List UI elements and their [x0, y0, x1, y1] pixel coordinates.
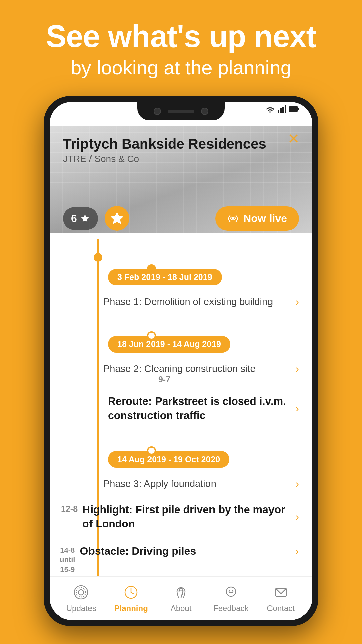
- now-live-label: Now live: [243, 212, 287, 225]
- phase-1-block: 3 Feb 2019 - 18 Jul 2019 Phase 1: Demoli…: [103, 239, 312, 317]
- phase-1-row[interactable]: Phase 1: Demolition of existing building…: [103, 289, 312, 314]
- phase-2-side-label: 9-7: [60, 374, 269, 384]
- nav-label-about: About: [171, 604, 192, 613]
- favorite-button[interactable]: [105, 206, 129, 231]
- wifi-icon: [265, 105, 275, 113]
- nav-item-feedback[interactable]: Feedback: [206, 584, 256, 613]
- planning-icon: [122, 584, 140, 601]
- phase-2-dot: [147, 331, 156, 340]
- feedback-icon: [222, 584, 240, 601]
- reroute-event-row[interactable]: Reroute: Parkstreet is closed i.v.m. con…: [108, 388, 312, 429]
- nav-item-planning[interactable]: Planning: [106, 584, 156, 613]
- svg-point-8: [78, 590, 84, 595]
- reroute-chevron: ›: [295, 402, 299, 415]
- notch-camera-right: [201, 108, 208, 115]
- star-outline-icon: [111, 212, 123, 225]
- timeline-top-dot: [94, 253, 102, 262]
- rating-count: 6: [71, 212, 77, 225]
- phase-2-label: Phase 2: Cleaning construction site: [103, 363, 289, 374]
- phase-3-label: Phase 3: Apply foundation: [103, 478, 289, 489]
- hero-left-actions: 6: [63, 206, 129, 231]
- updates-icon: [72, 584, 90, 601]
- notch-speaker: [168, 110, 194, 113]
- phase-3-block: 14 Aug 2019 - 19 Oct 2020 Phase 3: Apply…: [103, 435, 312, 576]
- hero-actions: 6: [50, 206, 312, 231]
- svg-rect-3: [285, 105, 286, 113]
- contact-icon: [272, 584, 290, 601]
- close-button[interactable]: ×: [288, 129, 299, 148]
- svg-rect-0: [278, 110, 279, 113]
- phase-2-block: 18 Jun 2019 - 14 Aug 2019 Phase 2: Clean…: [103, 320, 312, 432]
- phase-3-obstacle-side-label: 14-8until15-9: [60, 538, 75, 575]
- phase-2-chevron: ›: [295, 363, 299, 375]
- phone-wrapper: × Triptych Bankside Residences JTRE / So…: [0, 89, 362, 626]
- headline-line1: See what's up next: [20, 20, 342, 53]
- now-live-button[interactable]: Now live: [215, 206, 299, 231]
- highlight-chevron: ›: [295, 511, 299, 523]
- live-signal-icon: [227, 213, 239, 223]
- obstacle-event-label: Obstacle: Driving piles: [80, 544, 289, 558]
- nav-item-about[interactable]: About: [156, 584, 206, 613]
- star-filled-icon: [80, 214, 90, 223]
- divider-after-phase1: [103, 317, 299, 317]
- phone-frame: × Triptych Bankside Residences JTRE / So…: [44, 96, 318, 626]
- obstacle-event-row[interactable]: Obstacle: Driving piles ›: [80, 538, 312, 565]
- property-title-area: Triptych Bankside Residences JTRE / Sons…: [50, 126, 312, 171]
- nav-label-updates: Updates: [66, 604, 96, 613]
- rating-badge: 6: [63, 207, 98, 230]
- property-name: Triptych Bankside Residences: [63, 136, 299, 152]
- phase-3-row[interactable]: Phase 3: Apply foundation ›: [103, 472, 312, 496]
- svg-point-14: [232, 590, 233, 591]
- svg-rect-5: [289, 107, 297, 111]
- phase-3-date-badge: 14 Aug 2019 - 19 Oct 2020: [108, 451, 229, 468]
- divider-after-phase2: [103, 432, 299, 432]
- svg-point-13: [229, 590, 230, 591]
- status-icons: [265, 105, 299, 113]
- notch-cutout: [137, 102, 225, 120]
- svg-point-12: [226, 587, 236, 596]
- signal-icon: [278, 105, 286, 113]
- notch-bar: [50, 102, 312, 126]
- nav-label-contact: Contact: [267, 604, 295, 613]
- nav-item-contact[interactable]: Contact: [256, 584, 306, 613]
- obstacle-chevron: ›: [295, 545, 299, 557]
- phase-1-dot: [147, 264, 156, 273]
- bottom-nav: Updates Planning: [50, 576, 312, 620]
- battery-icon: [289, 106, 299, 112]
- phase-3-chevron: ›: [295, 478, 299, 490]
- highlight-event-label: Highlight: First pile driven by the mayo…: [82, 503, 289, 531]
- nav-label-planning: Planning: [114, 604, 148, 613]
- nav-label-feedback: Feedback: [213, 604, 248, 613]
- svg-rect-2: [282, 107, 284, 113]
- phase-1-chevron: ›: [295, 296, 299, 308]
- page-header: See what's up next by looking at the pla…: [0, 0, 362, 89]
- timeline-content[interactable]: 3 Feb 2019 - 18 Jul 2019 Phase 1: Demoli…: [50, 233, 312, 576]
- notch-camera-left: [154, 108, 161, 115]
- svg-rect-6: [298, 108, 299, 110]
- property-developer: JTRE / Sons & Co: [63, 154, 299, 164]
- svg-rect-1: [280, 108, 282, 113]
- headline-line2: by looking at the planning: [20, 56, 342, 79]
- phase-1-date-badge: 3 Feb 2019 - 18 Jul 2019: [108, 269, 222, 285]
- nav-item-updates[interactable]: Updates: [56, 584, 106, 613]
- phase-1-label: Phase 1: Demolition of existing building: [103, 296, 289, 307]
- svg-point-9: [76, 588, 86, 597]
- phone-screen: × Triptych Bankside Residences JTRE / So…: [50, 102, 312, 620]
- phase-2-date-badge: 18 Jun 2019 - 14 Aug 2019: [108, 336, 230, 353]
- reroute-event-label: Reroute: Parkstreet is closed i.v.m. con…: [108, 394, 289, 422]
- highlight-event-row[interactable]: Highlight: First pile driven by the mayo…: [82, 496, 312, 537]
- timeline-section: 3 Feb 2019 - 18 Jul 2019 Phase 1: Demoli…: [50, 239, 312, 576]
- about-icon: [172, 584, 190, 601]
- phase-3-side-label: 12-8: [61, 496, 78, 514]
- svg-point-7: [232, 217, 234, 220]
